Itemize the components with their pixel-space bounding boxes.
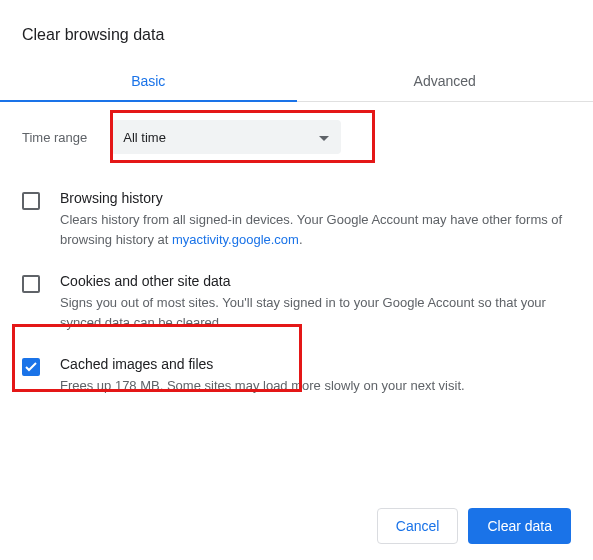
tabs: Basic Advanced (0, 60, 593, 102)
tab-basic[interactable]: Basic (0, 60, 297, 101)
clear-data-button[interactable]: Clear data (468, 508, 571, 544)
option-title: Browsing history (60, 190, 571, 206)
chevron-down-icon (319, 130, 329, 145)
option-desc: Clears history from all signed-in device… (60, 210, 571, 249)
time-range-select[interactable]: All time (111, 120, 341, 154)
option-desc: Frees up 178 MB. Some sites may load mor… (60, 376, 571, 396)
dialog-footer: Cancel Clear data (377, 508, 571, 544)
cancel-button[interactable]: Cancel (377, 508, 459, 544)
option-title: Cookies and other site data (60, 273, 571, 289)
checkbox-browsing-history[interactable] (22, 192, 40, 210)
option-browsing-history: Browsing history Clears history from all… (22, 180, 571, 263)
options-list: Browsing history Clears history from all… (22, 180, 571, 410)
tab-advanced[interactable]: Advanced (297, 60, 594, 101)
option-cookies: Cookies and other site data Signs you ou… (22, 263, 571, 346)
option-cache: Cached images and files Frees up 178 MB.… (22, 346, 571, 410)
time-range-row: Time range All time (22, 102, 571, 180)
dialog-title: Clear browsing data (0, 0, 593, 60)
option-title: Cached images and files (60, 356, 571, 372)
time-range-label: Time range (22, 130, 87, 145)
clear-browsing-data-dialog: Clear browsing data Basic Advanced Time … (0, 0, 593, 560)
checkbox-cookies[interactable] (22, 275, 40, 293)
myactivity-link[interactable]: myactivity.google.com (172, 232, 299, 247)
time-range-value: All time (123, 130, 166, 145)
option-desc: Signs you out of most sites. You'll stay… (60, 293, 571, 332)
checkbox-cache[interactable] (22, 358, 40, 376)
